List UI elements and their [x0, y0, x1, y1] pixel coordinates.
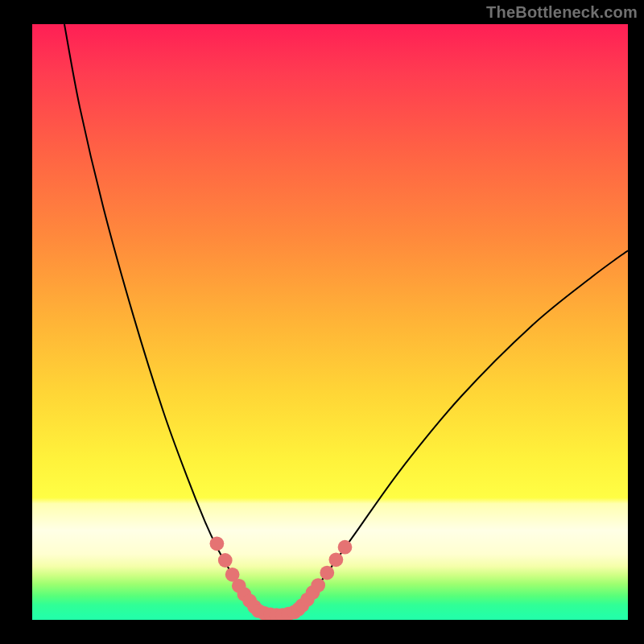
curve-marker — [338, 540, 353, 555]
curve-right-branch — [302, 250, 628, 605]
curve-marker — [210, 536, 225, 551]
curve-marker — [329, 552, 344, 567]
curve-markers — [210, 536, 353, 620]
watermark-text: TheBottleneck.com — [486, 3, 638, 22]
curve-svg — [32, 24, 628, 620]
curve-marker — [320, 566, 334, 580]
plot-area — [32, 24, 628, 620]
chart-frame: TheBottleneck.com — [0, 0, 644, 644]
curve-marker — [311, 578, 325, 592]
curve-marker — [218, 553, 233, 568]
curve-left-branch — [64, 24, 258, 611]
